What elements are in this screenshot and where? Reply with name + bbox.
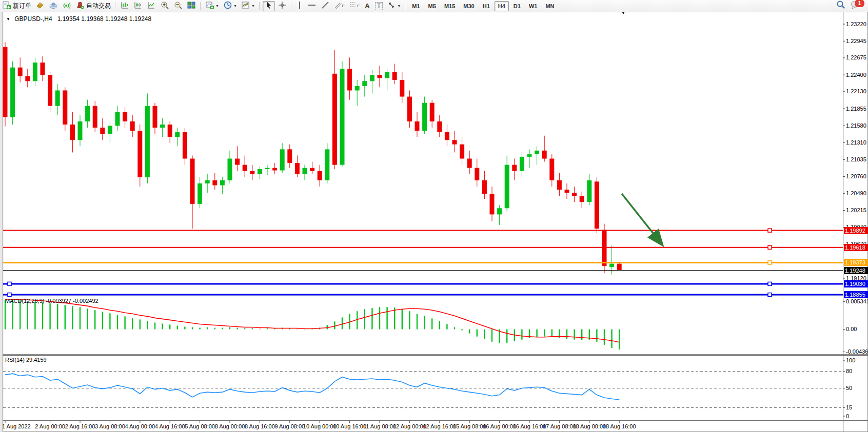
timeframe-button-d1[interactable]: D1 [510, 1, 524, 11]
autotrading-icon [75, 1, 85, 12]
timeframe-toolbar: M1M5M15M30H1H4D1W1MN [408, 1, 558, 11]
channel-letter: E [342, 4, 345, 8]
rsi-axis-label: 80 [846, 368, 852, 374]
bar-chart-icon [120, 1, 129, 12]
notification-badge: 1 [854, 0, 865, 8]
rsi-axis-label: 50 [846, 385, 852, 391]
time-axis-label: 2 Aug 16:00 [65, 423, 95, 429]
zoom-out-button[interactable] [172, 1, 184, 11]
time-axis-label: 11 Aug 08:00 [363, 423, 396, 429]
price-tick-label: 1.20760 [846, 173, 866, 179]
price-tick-label: 1.20215 [846, 207, 866, 213]
timeframe-button-m15[interactable]: M15 [441, 1, 459, 11]
line-chart-icon [147, 1, 156, 12]
rsi-indicator-label: RSI(14) 29.4159 [5, 357, 47, 363]
search-icon [836, 0, 846, 12]
time-axis-label: 18 Aug 16:00 [603, 423, 636, 429]
horizontal-line-tool-button[interactable] [306, 1, 318, 11]
trendline-icon [321, 1, 330, 12]
new-order-button[interactable]: 新订单 [1, 1, 33, 11]
toolbar-separator [259, 2, 260, 10]
clock-icon [223, 1, 232, 12]
time-axis-label: 12 Aug 00:00 [393, 423, 426, 429]
price-tick-label: 1.20490 [846, 190, 866, 196]
window-menu-icon[interactable]: ▼ [6, 17, 10, 22]
notifications-button[interactable]: 1 [849, 1, 862, 11]
equidistant-channel-tool-button[interactable]: E [332, 1, 346, 11]
toolbar-separator [115, 2, 116, 10]
signal-icon [62, 1, 71, 12]
price-tick-label: 1.21035 [846, 156, 866, 162]
price-tick-label: 1.22400 [846, 72, 866, 78]
zoom-in-icon [160, 1, 169, 12]
new-order-icon [2, 1, 11, 12]
cloud-person-icon [49, 1, 58, 12]
macd-axis-label: 0.00 [846, 326, 857, 332]
alerts-button[interactable] [61, 1, 73, 11]
chart-symbol-period: GBPUSD-,H4 [14, 15, 52, 23]
macd-indicator-label: MACD(12,26,9) -0.003927 -0.002492 [5, 298, 98, 304]
trendline-tool-button[interactable] [319, 1, 331, 11]
arrows-tool-button[interactable]: ▼ [385, 1, 402, 11]
time-axis-label: 5 Aug 08:00 [185, 423, 215, 429]
line-chart-button[interactable] [145, 1, 157, 11]
time-axis-label: 4 Aug 00:00 [125, 423, 155, 429]
dropdown-caret-icon: ▼ [397, 4, 401, 8]
price-line-tag: 1.19030 [844, 280, 868, 287]
timeframe-button-w1[interactable]: W1 [525, 1, 541, 11]
timeframe-button-mn[interactable]: MN [542, 1, 558, 11]
time-axis-label: 17 Aug 08:00 [543, 423, 576, 429]
macd-panel-area[interactable] [3, 297, 843, 354]
indicators-button[interactable]: ▼ [240, 1, 257, 11]
text-label-tool-button[interactable]: T [373, 1, 384, 11]
toolbar-separator [405, 2, 406, 10]
time-axis-label: 12 Aug 16:00 [423, 423, 456, 429]
bar-chart-button[interactable] [119, 1, 131, 11]
new-chart-button[interactable]: ▼ [204, 1, 221, 11]
time-axis-label: 9 Aug 08:00 [274, 423, 305, 429]
search-button[interactable] [834, 1, 847, 11]
indicators-icon [241, 1, 250, 12]
gold-book-icon [35, 1, 45, 12]
cursor-tool-button[interactable] [263, 1, 275, 11]
rsi-panel-area[interactable] [3, 356, 843, 420]
toolbar-separator [291, 2, 292, 10]
dropdown-caret-icon: ▼ [215, 4, 219, 8]
toolbar-separator [200, 2, 201, 10]
arrows-icon [387, 1, 396, 12]
timeframe-button-h1[interactable]: H1 [479, 1, 494, 11]
vertical-line-tool-button[interactable] [294, 1, 305, 11]
candlestick-chart-button[interactable] [132, 1, 144, 11]
price-tick-label: 1.22945 [846, 38, 866, 44]
history-button[interactable] [34, 1, 46, 11]
tile-windows-button[interactable] [185, 1, 198, 11]
timeframe-button-m5[interactable]: M5 [425, 1, 440, 11]
price-tick-label: 1.21310 [846, 139, 866, 146]
price-line-tag: 1.19618 [844, 244, 868, 251]
autotrading-button[interactable]: 自动交易 [74, 1, 112, 11]
text-tool-button[interactable]: A [362, 1, 372, 11]
timeframe-button-m1[interactable]: M1 [408, 1, 423, 11]
main-toolbar: 新订单 自动交易 ▼ [0, 0, 868, 12]
horizontal-line-icon [307, 1, 317, 12]
timeframe-button-m30[interactable]: M30 [460, 1, 478, 11]
price-tick-label: 1.21855 [846, 106, 866, 112]
crosshair-icon [278, 1, 287, 12]
publish-button[interactable] [47, 1, 60, 11]
profiles-button[interactable]: ▼ [222, 1, 239, 11]
autotrading-label: 自动交易 [86, 2, 111, 10]
timeframe-button-h4[interactable]: H4 [495, 1, 509, 11]
price-line-tag: 1.19373 [844, 259, 868, 266]
crosshair-tool-button[interactable] [276, 1, 288, 11]
time-axis-label: 3 Aug 08:00 [95, 423, 125, 429]
time-axis-label: 10 Aug 00:00 [303, 423, 337, 429]
fibonacci-tool-button[interactable]: F [347, 1, 361, 11]
vertical-line-icon [296, 1, 303, 12]
price-tick-label: 1.22675 [846, 54, 866, 60]
main-chart-area[interactable] [3, 14, 843, 296]
zoom-in-button[interactable] [159, 1, 171, 11]
text-tool-icon: A [365, 2, 369, 10]
price-tick-label: 1.23220 [846, 21, 866, 27]
time-axis-label: 18 Aug 00:00 [573, 423, 606, 429]
new-order-label: 新订单 [13, 2, 31, 10]
